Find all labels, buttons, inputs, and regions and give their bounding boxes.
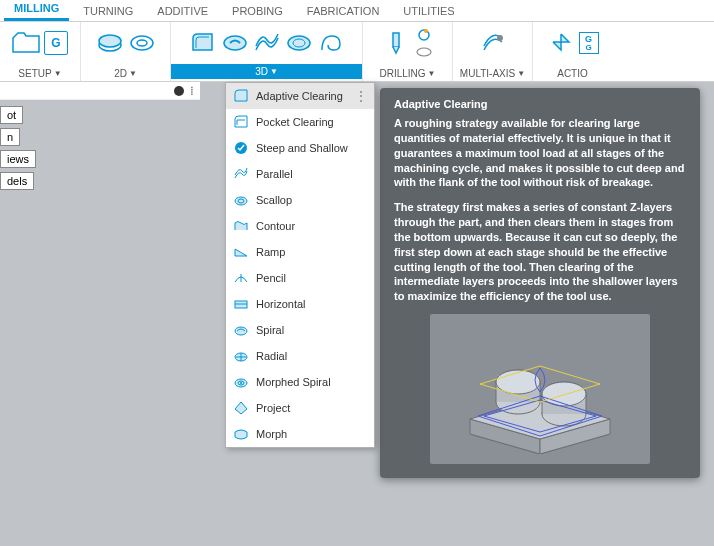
thread-icon[interactable] (414, 44, 434, 60)
scallop-icon[interactable] (285, 29, 313, 57)
scallop-icon (232, 191, 250, 209)
tab-turning[interactable]: TURNING (73, 2, 143, 21)
menu-item-label: Spiral (256, 324, 284, 336)
folder-icon[interactable] (12, 29, 40, 57)
svg-point-11 (497, 35, 503, 41)
browser-item[interactable]: n (0, 128, 20, 146)
menu-item-label: Pocket Clearing (256, 116, 334, 128)
menu-item-radial[interactable]: Radial (226, 343, 374, 369)
pencil-icon (232, 269, 250, 287)
menu-item-spiral[interactable]: Spiral (226, 317, 374, 343)
menu-item-label: Radial (256, 350, 287, 362)
drilling-label[interactable]: DRILLING▼ (379, 68, 435, 79)
menu-item-horizontal[interactable]: Horizontal (226, 291, 374, 317)
3d-label[interactable]: 3D▼ (171, 64, 362, 79)
menu-item-parallel[interactable]: Parallel (226, 161, 374, 187)
setup-label[interactable]: SETUP▼ (18, 68, 61, 79)
hole-icon[interactable] (414, 27, 434, 43)
menu-item-scallop[interactable]: Scallop (226, 187, 374, 213)
svg-point-10 (417, 48, 431, 56)
main-tab-row: MILLING TURNING ADDITIVE PROBING FABRICA… (0, 0, 714, 22)
menu-item-label: Pencil (256, 272, 286, 284)
tab-milling[interactable]: MILLING (4, 0, 69, 21)
tooltip-paragraph: A roughing strategy available for cleari… (394, 116, 686, 190)
svg-point-13 (235, 197, 247, 205)
adaptive-icon[interactable] (189, 29, 217, 57)
svg-point-2 (131, 36, 153, 50)
browser-item[interactable]: ot (0, 106, 23, 124)
menu-item-label: Morphed Spiral (256, 376, 331, 388)
menu-item-label: Morph (256, 428, 287, 440)
horizontal-icon (232, 295, 250, 313)
browser-item[interactable]: iews (0, 150, 36, 168)
menu-item-ramp[interactable]: Ramp (226, 239, 374, 265)
menu-item-morphed[interactable]: Morphed Spiral (226, 369, 374, 395)
face-icon[interactable] (96, 29, 124, 57)
ribbon-group-3d: 3D▼ (170, 22, 362, 81)
collapse-icon[interactable] (174, 86, 184, 96)
parallel-icon (232, 165, 250, 183)
ribbon-group-setup: G SETUP▼ (0, 22, 80, 81)
contour2d-icon[interactable] (128, 29, 156, 57)
svg-point-1 (99, 35, 121, 47)
drill-icon[interactable] (382, 29, 410, 57)
browser-header: ⁞ (0, 82, 200, 100)
menu-item-label: Horizontal (256, 298, 306, 310)
menu-item-contour[interactable]: Contour (226, 213, 374, 239)
swarf-icon[interactable] (479, 29, 507, 57)
3d-dropdown-menu: Adaptive Clearing⋮Pocket ClearingSteep a… (225, 82, 375, 448)
tab-additive[interactable]: ADDITIVE (147, 2, 218, 21)
post-icon[interactable]: GG (579, 32, 599, 54)
expand-icon[interactable]: ⁞ (190, 84, 194, 98)
generate-icon[interactable] (547, 29, 575, 57)
menu-item-label: Contour (256, 220, 295, 232)
browser-item[interactable]: dels (0, 172, 34, 190)
menu-item-steep[interactable]: Steep and Shallow (226, 135, 374, 161)
tooltip-title: Adaptive Clearing (394, 98, 686, 110)
ribbon-group-2d: 2D▼ (80, 22, 170, 81)
pocket3d-icon[interactable] (221, 29, 249, 57)
menu-item-label: Ramp (256, 246, 285, 258)
ramp-icon (232, 243, 250, 261)
radial-icon (232, 347, 250, 365)
pocket-icon (232, 113, 250, 131)
menu-item-morph[interactable]: Morph (226, 421, 374, 447)
svg-point-24 (240, 382, 242, 384)
svg-marker-25 (235, 402, 247, 414)
menu-item-label: Parallel (256, 168, 293, 180)
tooltip-paragraph: The strategy first makes a series of con… (394, 200, 686, 304)
contour-icon (232, 217, 250, 235)
2d-label[interactable]: 2D▼ (114, 68, 137, 79)
ribbon-group-actions: GG ACTIO (532, 22, 612, 81)
svg-point-9 (424, 29, 428, 33)
menu-item-label: Project (256, 402, 290, 414)
ribbon-group-multiaxis: MULTI-AXIS▼ (452, 22, 532, 81)
morph-icon (232, 425, 250, 443)
steep-icon (232, 139, 250, 157)
svg-point-18 (235, 327, 247, 335)
spiral-icon (232, 321, 250, 339)
tooltip-panel: Adaptive Clearing A roughing strategy av… (380, 88, 700, 478)
tab-utilities[interactable]: UTILITIES (393, 2, 464, 21)
menu-item-pocket[interactable]: Pocket Clearing (226, 109, 374, 135)
menu-item-label: Scallop (256, 194, 292, 206)
actions-label[interactable]: ACTIO (557, 68, 588, 79)
ribbon-group-drilling: DRILLING▼ (362, 22, 452, 81)
menu-item-label: Steep and Shallow (256, 142, 348, 154)
svg-point-5 (288, 36, 310, 50)
gcode-icon[interactable]: G (44, 31, 68, 55)
multiaxis-label[interactable]: MULTI-AXIS▼ (460, 68, 525, 79)
morphed-icon (232, 373, 250, 391)
svg-rect-7 (393, 33, 399, 47)
tab-fabrication[interactable]: FABRICATION (297, 2, 390, 21)
menu-item-project[interactable]: Project (226, 395, 374, 421)
menu-item-pencil[interactable]: Pencil (226, 265, 374, 291)
menu-item-adaptive[interactable]: Adaptive Clearing⋮ (226, 83, 374, 109)
parallel-icon[interactable] (253, 29, 281, 57)
browser-tree: ot n iews dels (0, 104, 36, 192)
spiral-icon[interactable] (317, 29, 345, 57)
menu-item-label: Adaptive Clearing (256, 90, 343, 102)
tab-probing[interactable]: PROBING (222, 2, 293, 21)
adaptive-icon (232, 87, 250, 105)
project-icon (232, 399, 250, 417)
